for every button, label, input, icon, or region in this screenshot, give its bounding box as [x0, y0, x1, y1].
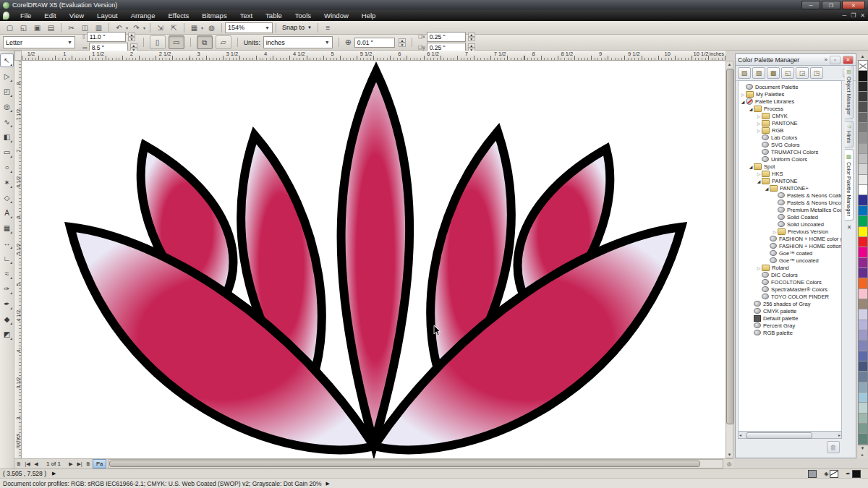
- color-swatch[interactable]: [859, 247, 867, 257]
- tree-expander-icon[interactable]: ◢: [740, 99, 746, 104]
- color-swatch[interactable]: [859, 309, 867, 320]
- tree-expander-icon[interactable]: ▷: [756, 128, 762, 133]
- close-button[interactable]: ✕: [842, 1, 865, 9]
- rectangle-tool-icon[interactable]: ▭: [1, 146, 13, 158]
- tree-expander-icon[interactable]: ◢: [748, 106, 754, 111]
- minimize-button[interactable]: ─: [801, 1, 820, 9]
- tree-expander-icon[interactable]: ▷: [756, 171, 762, 176]
- new-palette-from-selection-button[interactable]: ▩: [767, 67, 780, 79]
- tree-item-pastels-neons-coated[interactable]: Pastels & Neons Coated: [739, 192, 841, 199]
- outline-pen-tool-icon[interactable]: ✒: [1, 298, 13, 310]
- landscape-button[interactable]: ▭: [169, 35, 184, 49]
- add-page-after-icon[interactable]: 🗎: [84, 461, 93, 466]
- last-page-icon[interactable]: ▶|: [75, 461, 84, 467]
- color-swatch[interactable]: [859, 175, 867, 185]
- tree-expander-icon[interactable]: ▷: [740, 92, 746, 97]
- tree-item-spectramaster-colors[interactable]: SpectraMaster® Colors: [739, 286, 841, 293]
- tree-item-256-shades-of-gray[interactable]: 256 shades of Gray: [739, 300, 841, 307]
- tree-item-palette-libraries[interactable]: ◢Palette Libraries: [739, 98, 841, 105]
- color-swatch[interactable]: [859, 289, 867, 299]
- crop-tool-icon[interactable]: ◰: [1, 85, 13, 98]
- color-swatch[interactable]: [859, 320, 867, 330]
- color-swatch[interactable]: [859, 71, 867, 81]
- color-eyedropper-tool-icon[interactable]: ✑: [1, 283, 13, 295]
- color-swatch[interactable]: [859, 393, 867, 403]
- color-swatch[interactable]: [859, 351, 867, 361]
- menu-bitmaps[interactable]: Bitmaps: [195, 10, 233, 21]
- tree-expander-icon[interactable]: ▷: [756, 114, 762, 119]
- new-empty-palette-button[interactable]: ▧: [738, 67, 751, 79]
- horizontal-scroll-thumb[interactable]: [109, 461, 700, 467]
- pick-tool-icon[interactable]: ↖: [0, 53, 14, 67]
- palette-scroll-down-icon[interactable]: ▼: [861, 445, 865, 452]
- cut-icon[interactable]: ✂: [65, 22, 77, 33]
- text-tool-icon[interactable]: A: [1, 207, 13, 219]
- add-page-before-icon[interactable]: 🗎: [14, 461, 23, 466]
- tree-horizontal-scrollbar[interactable]: ◂ ▸: [738, 431, 842, 439]
- doc-close-button[interactable]: ✕: [860, 12, 865, 19]
- doc-restore-button[interactable]: ❐: [851, 12, 856, 19]
- tree-item-cmyk[interactable]: ▷CMYK: [739, 112, 841, 119]
- tree-item-focoltone-colors[interactable]: FOCOLTONE Colors: [739, 278, 841, 286]
- horizontal-scrollbar[interactable]: [108, 459, 723, 468]
- horizontal-ruler[interactable]: inches 1/211 1/222 1/233 1/244 1/255 1/2…: [22, 51, 726, 61]
- export-icon[interactable]: ⇱: [168, 22, 180, 33]
- new-palette-from-document-button[interactable]: ▨: [752, 67, 765, 79]
- units-select[interactable]: inches ▼: [263, 36, 333, 48]
- color-swatch[interactable]: [859, 227, 867, 237]
- tree-item-uniform-colors[interactable]: Uniform Colors: [739, 155, 841, 163]
- color-swatch[interactable]: [859, 382, 867, 393]
- vertical-ruler[interactable]: 87 1/276 1/265 1/254 1/243 1/23: [14, 61, 22, 458]
- menu-arrange[interactable]: Arrange: [124, 10, 162, 21]
- tree-item-toyo-color-finder[interactable]: TOYO COLOR FINDER: [739, 293, 841, 300]
- docker-tab-hints[interactable]: ?Hints: [845, 121, 854, 147]
- table-tool-icon[interactable]: ▦: [1, 222, 13, 234]
- drawing-canvas[interactable]: [22, 61, 726, 458]
- duplicate-x-spinner[interactable]: ▲▼: [468, 33, 475, 41]
- tree-item-goe-coated[interactable]: Goe™ coated: [739, 249, 841, 257]
- blend-tool-icon[interactable]: ≈: [1, 267, 13, 280]
- chevron-down-icon[interactable]: ▾: [126, 25, 128, 30]
- color-swatch[interactable]: [859, 361, 867, 372]
- menu-view[interactable]: View: [63, 10, 90, 21]
- menu-layout[interactable]: Layout: [90, 10, 124, 21]
- snap-to-button[interactable]: Snap to ▼: [279, 24, 315, 31]
- color-swatch[interactable]: [859, 164, 867, 174]
- tree-item-hks[interactable]: ▷HKS: [739, 170, 841, 177]
- dimension-tool-icon[interactable]: ↔: [1, 237, 13, 249]
- tree-item-premium-metallics-coated[interactable]: Premium Metallics Coated: [739, 206, 841, 213]
- color-swatch[interactable]: [859, 185, 867, 195]
- menu-file[interactable]: File: [14, 10, 38, 21]
- tree-item-document-palette[interactable]: Document Palette: [739, 83, 841, 90]
- doc-minimize-button[interactable]: ─: [842, 12, 846, 19]
- nudge-spinner[interactable]: ▲▼: [399, 38, 406, 47]
- docker-tab-close-icon[interactable]: ✕: [847, 224, 852, 231]
- color-swatch[interactable]: [859, 102, 867, 112]
- page-width-spinner[interactable]: ▲▼: [128, 33, 135, 41]
- tree-item-my-palettes[interactable]: ▷My Palettes: [739, 90, 841, 98]
- paper-type-select[interactable]: Letter ▼: [3, 36, 75, 48]
- tree-item-pantone[interactable]: ◢PANTONE: [739, 177, 841, 184]
- tree-item-process[interactable]: ◢Process: [739, 105, 841, 112]
- tree-item-dic-colors[interactable]: DIC Colors: [739, 271, 841, 278]
- tree-item-svg-colors[interactable]: SVG Colors: [739, 141, 841, 148]
- page-tab[interactable]: Pa: [93, 459, 106, 468]
- color-swatch[interactable]: [859, 403, 867, 413]
- tree-item-rgb-palette[interactable]: RGB palette: [739, 329, 841, 336]
- outline-indicator[interactable]: ✒: [846, 470, 861, 478]
- tree-item-lab-colors[interactable]: Lab Colors: [739, 134, 841, 141]
- color-swatch[interactable]: [859, 372, 867, 382]
- docker-close-button[interactable]: ✕: [843, 56, 854, 64]
- basic-shapes-tool-icon[interactable]: ◇: [1, 192, 13, 204]
- application-launcher-icon[interactable]: ▦: [188, 22, 200, 33]
- color-swatch[interactable]: [859, 206, 867, 216]
- color-swatch[interactable]: [859, 113, 867, 123]
- open-icon[interactable]: ◱: [17, 22, 30, 33]
- color-swatch[interactable]: [859, 341, 867, 351]
- delete-palette-icon[interactable]: 🗑: [827, 441, 840, 453]
- tree-item-percent-gray[interactable]: Percent Gray: [739, 322, 841, 329]
- next-page-icon[interactable]: ▶: [67, 461, 75, 467]
- docker-collapse-icon[interactable]: »: [825, 56, 827, 63]
- smart-fill-tool-icon[interactable]: ◧: [1, 131, 13, 143]
- nudge-field[interactable]: 0.01 ": [354, 38, 395, 48]
